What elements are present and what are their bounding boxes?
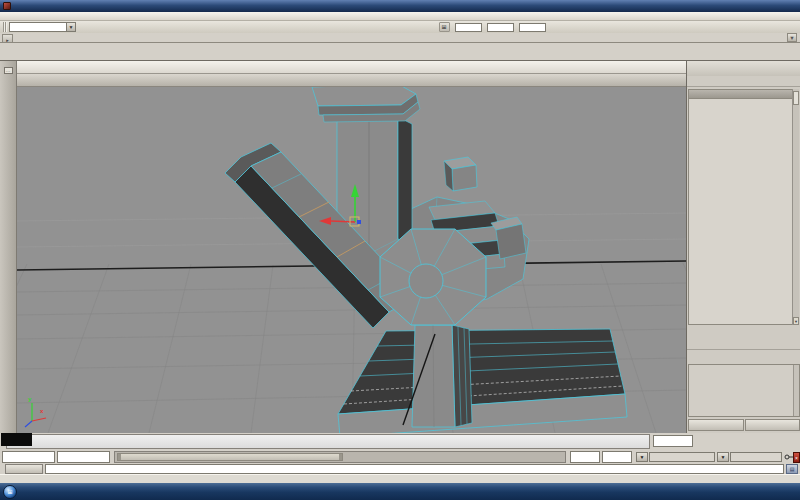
svg-text:x: x xyxy=(40,408,44,414)
layer-list-scrollbar[interactable] xyxy=(793,365,799,416)
command-line-language-button[interactable] xyxy=(5,464,43,474)
maya-application-window: ▼ ⊞ ▸▸ ▼ … xyxy=(0,0,800,500)
scrollbar-down-arrow[interactable]: ▼ xyxy=(793,317,799,325)
perspective-viewport-panel: x y xyxy=(17,61,686,433)
shrink-pane-button[interactable] xyxy=(688,419,744,431)
model-base xyxy=(338,329,627,433)
layer-editor-mode-radios xyxy=(687,327,800,339)
inputs-section-label xyxy=(689,99,792,107)
range-slider-handle[interactable] xyxy=(117,453,343,461)
scrollbar-thumb[interactable] xyxy=(793,91,799,105)
shelf-tabs xyxy=(0,33,800,42)
current-frame-marker[interactable] xyxy=(1,433,32,446)
manipulator-z-handle xyxy=(357,220,361,224)
menu-set-selector-arrow[interactable]: ▼ xyxy=(67,22,76,32)
tool-box: … xyxy=(0,61,17,433)
animation-end-field[interactable] xyxy=(602,451,632,463)
pane-resize-buttons xyxy=(687,419,800,431)
set-key-icon[interactable] xyxy=(784,453,793,462)
channel-box-menu-bar xyxy=(687,76,800,87)
input-mode-icon[interactable]: ⊞ xyxy=(439,22,450,32)
shelf xyxy=(0,42,800,61)
viewport-canvas[interactable]: x y xyxy=(17,87,686,433)
status-line-grip[interactable] xyxy=(3,22,7,32)
view-axis-gizmo: x y xyxy=(20,393,50,429)
playback-start-field[interactable] xyxy=(57,451,110,463)
command-line: ▤ xyxy=(0,464,800,474)
anim-layer-selector[interactable] xyxy=(649,452,715,462)
layer-list[interactable] xyxy=(688,364,800,417)
character-set-selector[interactable] xyxy=(730,452,782,462)
time-slider xyxy=(0,433,800,450)
z-coordinate-field[interactable] xyxy=(519,23,546,32)
model-flange xyxy=(312,87,420,122)
range-slider-row: ▼ ▼ × xyxy=(0,450,800,464)
help-line xyxy=(0,474,800,483)
svg-text:y: y xyxy=(28,396,32,402)
menu-set-selector[interactable] xyxy=(9,22,67,32)
coordinate-entry-group: ⊞ xyxy=(438,22,546,32)
channel-box-toolbar xyxy=(687,61,800,76)
main-menu-bar xyxy=(0,12,800,21)
channel-box-list xyxy=(688,89,793,325)
panel-toolbar xyxy=(17,74,686,87)
playback-end-field[interactable] xyxy=(570,451,600,463)
animation-start-field[interactable] xyxy=(2,451,55,463)
character-set-dropdown-arrow[interactable]: ▼ xyxy=(717,452,729,462)
range-slider-track[interactable] xyxy=(114,451,566,463)
playback-controls xyxy=(696,434,798,449)
layer-editor-menu-bar xyxy=(687,339,800,350)
layout-menu-button[interactable]: … xyxy=(4,67,13,74)
script-editor-icon[interactable]: ▤ xyxy=(786,464,798,474)
shelf-editor-icon[interactable]: ▼ xyxy=(787,33,797,42)
model-wheel xyxy=(380,229,486,325)
y-coordinate-field[interactable] xyxy=(487,23,514,32)
auto-keyframe-toggle[interactable]: × xyxy=(793,452,800,463)
time-slider-ruler[interactable] xyxy=(6,434,650,449)
start-button[interactable]: ⊞ xyxy=(3,485,17,499)
panel-menu-bar xyxy=(17,61,686,74)
status-line: ▼ ⊞ xyxy=(0,21,800,33)
selected-node-name[interactable] xyxy=(689,90,792,99)
title-bar xyxy=(0,0,800,12)
x-coordinate-field[interactable] xyxy=(455,23,482,32)
anim-layer-dropdown-arrow[interactable]: ▼ xyxy=(636,452,648,462)
channel-box-scrollbar[interactable]: ▼ xyxy=(792,89,799,325)
maya-app-icon xyxy=(3,2,11,10)
channel-box-layer-editor-panel: ▼ xyxy=(686,61,800,433)
model-column xyxy=(412,325,472,427)
scene-3d-view xyxy=(17,87,686,433)
model-small-cube xyxy=(444,157,477,191)
windows-taskbar: ⊞ xyxy=(0,483,800,500)
command-line-input[interactable] xyxy=(45,464,784,474)
expand-pane-button[interactable] xyxy=(745,419,800,431)
current-time-field[interactable] xyxy=(653,435,693,447)
